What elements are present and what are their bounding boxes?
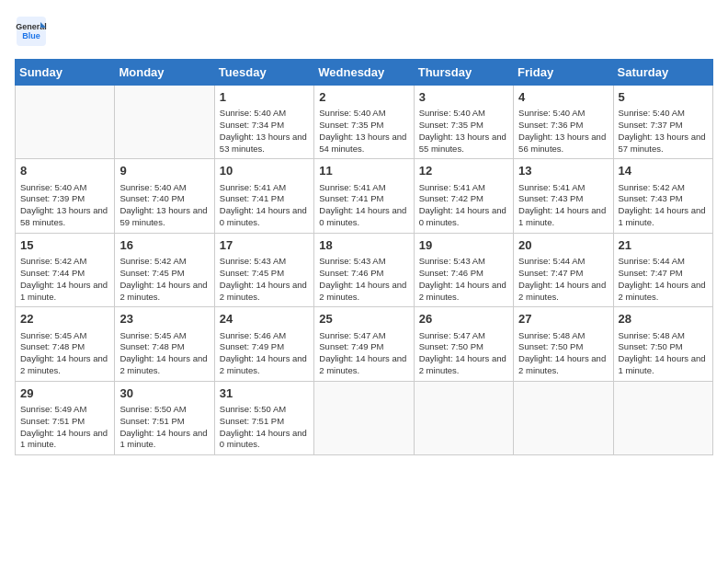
day-info: Sunrise: 5:42 AM Sunset: 7:43 PM Dayligh…: [619, 182, 708, 229]
day-number: 22: [20, 311, 109, 327]
day-info: Sunrise: 5:43 AM Sunset: 7:46 PM Dayligh…: [319, 256, 408, 303]
calendar-cell: 18Sunrise: 5:43 AM Sunset: 7:46 PM Dayli…: [314, 233, 414, 306]
day-number: 10: [220, 163, 309, 179]
day-number: 8: [20, 163, 109, 179]
day-number: 26: [419, 311, 508, 327]
day-info: Sunrise: 5:41 AM Sunset: 7:43 PM Dayligh…: [518, 182, 608, 229]
day-info: Sunrise: 5:40 AM Sunset: 7:36 PM Dayligh…: [518, 108, 608, 155]
day-info: Sunrise: 5:40 AM Sunset: 7:37 PM Dayligh…: [619, 108, 708, 155]
weekday-friday: Friday: [514, 60, 613, 86]
calendar-cell: 9Sunrise: 5:40 AM Sunset: 7:40 PM Daylig…: [115, 159, 214, 233]
day-number: 24: [220, 311, 309, 327]
weekday-sunday: Sunday: [16, 60, 115, 86]
day-number: 18: [319, 237, 408, 254]
day-number: 23: [119, 311, 209, 327]
calendar-body: 1Sunrise: 5:40 AM Sunset: 7:34 PM Daylig…: [16, 86, 713, 455]
day-number: 19: [419, 237, 508, 254]
day-number: 5: [619, 89, 708, 106]
calendar-cell: 10Sunrise: 5:41 AM Sunset: 7:41 PM Dayli…: [214, 159, 313, 233]
day-number: 27: [518, 311, 608, 327]
day-number: 25: [319, 311, 408, 327]
calendar-cell: 21Sunrise: 5:44 AM Sunset: 7:47 PM Dayli…: [613, 233, 712, 306]
calendar-cell: 2Sunrise: 5:40 AM Sunset: 7:35 PM Daylig…: [314, 86, 414, 159]
calendar-cell: [414, 381, 513, 454]
day-info: Sunrise: 5:43 AM Sunset: 7:46 PM Dayligh…: [419, 256, 508, 303]
day-info: Sunrise: 5:42 AM Sunset: 7:45 PM Dayligh…: [119, 256, 209, 303]
day-info: Sunrise: 5:42 AM Sunset: 7:44 PM Dayligh…: [20, 256, 109, 303]
calendar-cell: 20Sunrise: 5:44 AM Sunset: 7:47 PM Dayli…: [514, 233, 613, 306]
calendar-cell: 12Sunrise: 5:41 AM Sunset: 7:42 PM Dayli…: [414, 159, 513, 233]
day-info: Sunrise: 5:47 AM Sunset: 7:50 PM Dayligh…: [419, 330, 508, 377]
calendar-cell: [613, 381, 712, 454]
calendar-cell: 4Sunrise: 5:40 AM Sunset: 7:36 PM Daylig…: [514, 86, 613, 159]
day-info: Sunrise: 5:44 AM Sunset: 7:47 PM Dayligh…: [518, 256, 608, 303]
day-info: Sunrise: 5:49 AM Sunset: 7:51 PM Dayligh…: [20, 404, 109, 451]
day-info: Sunrise: 5:48 AM Sunset: 7:50 PM Dayligh…: [619, 330, 708, 377]
day-number: 11: [319, 163, 408, 179]
day-info: Sunrise: 5:41 AM Sunset: 7:42 PM Dayligh…: [419, 182, 508, 229]
calendar-cell: 8Sunrise: 5:40 AM Sunset: 7:39 PM Daylig…: [16, 159, 115, 233]
day-number: 21: [619, 237, 708, 254]
day-info: Sunrise: 5:40 AM Sunset: 7:39 PM Dayligh…: [20, 182, 109, 229]
weekday-thursday: Thursday: [414, 60, 513, 86]
weekday-tuesday: Tuesday: [214, 60, 313, 86]
day-info: Sunrise: 5:40 AM Sunset: 7:35 PM Dayligh…: [419, 108, 508, 155]
logo: General Blue: [15, 15, 48, 52]
week-row-4: 29Sunrise: 5:49 AM Sunset: 7:51 PM Dayli…: [16, 381, 713, 454]
day-info: Sunrise: 5:47 AM Sunset: 7:49 PM Dayligh…: [319, 330, 408, 377]
day-number: 1: [220, 89, 309, 106]
calendar-cell: [16, 86, 115, 159]
weekday-saturday: Saturday: [613, 60, 712, 86]
calendar-cell: 29Sunrise: 5:49 AM Sunset: 7:51 PM Dayli…: [16, 381, 115, 454]
calendar-cell: [314, 381, 414, 454]
calendar-cell: 14Sunrise: 5:42 AM Sunset: 7:43 PM Dayli…: [613, 159, 712, 233]
calendar-cell: 16Sunrise: 5:42 AM Sunset: 7:45 PM Dayli…: [115, 233, 214, 306]
calendar-cell: 13Sunrise: 5:41 AM Sunset: 7:43 PM Dayli…: [514, 159, 613, 233]
day-number: 20: [518, 237, 608, 254]
calendar-cell: [115, 86, 214, 159]
day-info: Sunrise: 5:40 AM Sunset: 7:40 PM Dayligh…: [119, 182, 209, 229]
calendar-cell: 26Sunrise: 5:47 AM Sunset: 7:50 PM Dayli…: [414, 307, 513, 381]
calendar-cell: 3Sunrise: 5:40 AM Sunset: 7:35 PM Daylig…: [414, 86, 513, 159]
day-number: 17: [220, 237, 309, 254]
day-number: 29: [20, 385, 109, 402]
calendar-cell: 11Sunrise: 5:41 AM Sunset: 7:41 PM Dayli…: [314, 159, 414, 233]
logo-icon: General Blue: [15, 15, 48, 52]
day-number: 30: [119, 385, 209, 402]
calendar-cell: 30Sunrise: 5:50 AM Sunset: 7:51 PM Dayli…: [115, 381, 214, 454]
weekday-header: SundayMondayTuesdayWednesdayThursdayFrid…: [16, 60, 713, 86]
day-number: 12: [419, 163, 508, 179]
day-number: 13: [518, 163, 608, 179]
day-info: Sunrise: 5:44 AM Sunset: 7:47 PM Dayligh…: [619, 256, 708, 303]
day-info: Sunrise: 5:45 AM Sunset: 7:48 PM Dayligh…: [119, 330, 209, 377]
calendar-cell: [514, 381, 613, 454]
calendar: SundayMondayTuesdayWednesdayThursdayFrid…: [15, 59, 713, 455]
day-number: 9: [119, 163, 209, 179]
day-number: 15: [20, 237, 109, 254]
day-number: 2: [319, 89, 408, 106]
day-info: Sunrise: 5:45 AM Sunset: 7:48 PM Dayligh…: [20, 330, 109, 377]
week-row-2: 15Sunrise: 5:42 AM Sunset: 7:44 PM Dayli…: [16, 233, 713, 306]
day-info: Sunrise: 5:46 AM Sunset: 7:49 PM Dayligh…: [220, 330, 309, 377]
header: General Blue: [15, 15, 713, 52]
calendar-cell: 19Sunrise: 5:43 AM Sunset: 7:46 PM Dayli…: [414, 233, 513, 306]
day-info: Sunrise: 5:40 AM Sunset: 7:35 PM Dayligh…: [319, 108, 408, 155]
svg-text:Blue: Blue: [22, 31, 40, 40]
calendar-cell: 31Sunrise: 5:50 AM Sunset: 7:51 PM Dayli…: [214, 381, 313, 454]
calendar-cell: 28Sunrise: 5:48 AM Sunset: 7:50 PM Dayli…: [613, 307, 712, 381]
day-number: 31: [220, 385, 309, 402]
day-info: Sunrise: 5:40 AM Sunset: 7:34 PM Dayligh…: [220, 108, 309, 155]
calendar-cell: 1Sunrise: 5:40 AM Sunset: 7:34 PM Daylig…: [214, 86, 313, 159]
day-number: 3: [419, 89, 508, 106]
weekday-monday: Monday: [115, 60, 214, 86]
calendar-cell: 23Sunrise: 5:45 AM Sunset: 7:48 PM Dayli…: [115, 307, 214, 381]
calendar-cell: 22Sunrise: 5:45 AM Sunset: 7:48 PM Dayli…: [16, 307, 115, 381]
week-row-1: 8Sunrise: 5:40 AM Sunset: 7:39 PM Daylig…: [16, 159, 713, 233]
week-row-3: 22Sunrise: 5:45 AM Sunset: 7:48 PM Dayli…: [16, 307, 713, 381]
day-number: 14: [619, 163, 708, 179]
calendar-cell: 25Sunrise: 5:47 AM Sunset: 7:49 PM Dayli…: [314, 307, 414, 381]
day-info: Sunrise: 5:50 AM Sunset: 7:51 PM Dayligh…: [119, 404, 209, 451]
calendar-cell: 24Sunrise: 5:46 AM Sunset: 7:49 PM Dayli…: [214, 307, 313, 381]
day-info: Sunrise: 5:43 AM Sunset: 7:45 PM Dayligh…: [220, 256, 309, 303]
day-info: Sunrise: 5:48 AM Sunset: 7:50 PM Dayligh…: [518, 330, 608, 377]
